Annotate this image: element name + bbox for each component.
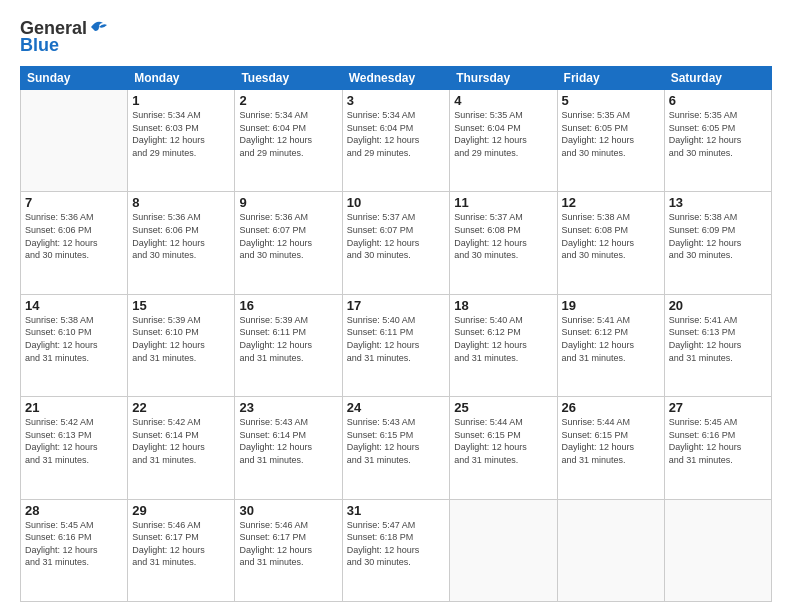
day-info: Sunrise: 5:42 AM Sunset: 6:13 PM Dayligh… [25, 416, 123, 466]
calendar-cell: 29Sunrise: 5:46 AM Sunset: 6:17 PM Dayli… [128, 499, 235, 601]
calendar-cell: 18Sunrise: 5:40 AM Sunset: 6:12 PM Dayli… [450, 294, 557, 396]
day-info: Sunrise: 5:38 AM Sunset: 6:08 PM Dayligh… [562, 211, 660, 261]
calendar-cell: 5Sunrise: 5:35 AM Sunset: 6:05 PM Daylig… [557, 90, 664, 192]
day-number: 17 [347, 298, 446, 313]
col-header-friday: Friday [557, 67, 664, 90]
col-header-tuesday: Tuesday [235, 67, 342, 90]
day-info: Sunrise: 5:46 AM Sunset: 6:17 PM Dayligh… [132, 519, 230, 569]
calendar-cell: 1Sunrise: 5:34 AM Sunset: 6:03 PM Daylig… [128, 90, 235, 192]
col-header-thursday: Thursday [450, 67, 557, 90]
calendar-cell: 13Sunrise: 5:38 AM Sunset: 6:09 PM Dayli… [664, 192, 771, 294]
calendar-cell: 10Sunrise: 5:37 AM Sunset: 6:07 PM Dayli… [342, 192, 450, 294]
logo: General Blue [20, 18, 109, 56]
calendar-cell: 21Sunrise: 5:42 AM Sunset: 6:13 PM Dayli… [21, 397, 128, 499]
day-info: Sunrise: 5:38 AM Sunset: 6:09 PM Dayligh… [669, 211, 767, 261]
calendar-cell: 23Sunrise: 5:43 AM Sunset: 6:14 PM Dayli… [235, 397, 342, 499]
day-info: Sunrise: 5:46 AM Sunset: 6:17 PM Dayligh… [239, 519, 337, 569]
day-number: 26 [562, 400, 660, 415]
day-info: Sunrise: 5:44 AM Sunset: 6:15 PM Dayligh… [562, 416, 660, 466]
day-info: Sunrise: 5:39 AM Sunset: 6:11 PM Dayligh… [239, 314, 337, 364]
week-row-4: 21Sunrise: 5:42 AM Sunset: 6:13 PM Dayli… [21, 397, 772, 499]
calendar-cell: 27Sunrise: 5:45 AM Sunset: 6:16 PM Dayli… [664, 397, 771, 499]
day-info: Sunrise: 5:40 AM Sunset: 6:11 PM Dayligh… [347, 314, 446, 364]
day-info: Sunrise: 5:34 AM Sunset: 6:04 PM Dayligh… [347, 109, 446, 159]
day-info: Sunrise: 5:35 AM Sunset: 6:04 PM Dayligh… [454, 109, 552, 159]
calendar-cell [450, 499, 557, 601]
day-number: 13 [669, 195, 767, 210]
day-number: 4 [454, 93, 552, 108]
calendar-cell: 8Sunrise: 5:36 AM Sunset: 6:06 PM Daylig… [128, 192, 235, 294]
day-info: Sunrise: 5:43 AM Sunset: 6:15 PM Dayligh… [347, 416, 446, 466]
week-row-5: 28Sunrise: 5:45 AM Sunset: 6:16 PM Dayli… [21, 499, 772, 601]
days-header-row: SundayMondayTuesdayWednesdayThursdayFrid… [21, 67, 772, 90]
day-number: 31 [347, 503, 446, 518]
logo-bird-icon [89, 19, 109, 35]
day-info: Sunrise: 5:36 AM Sunset: 6:06 PM Dayligh… [25, 211, 123, 261]
week-row-2: 7Sunrise: 5:36 AM Sunset: 6:06 PM Daylig… [21, 192, 772, 294]
calendar-table: SundayMondayTuesdayWednesdayThursdayFrid… [20, 66, 772, 602]
day-info: Sunrise: 5:36 AM Sunset: 6:06 PM Dayligh… [132, 211, 230, 261]
day-number: 12 [562, 195, 660, 210]
day-number: 23 [239, 400, 337, 415]
calendar-cell: 26Sunrise: 5:44 AM Sunset: 6:15 PM Dayli… [557, 397, 664, 499]
day-number: 20 [669, 298, 767, 313]
day-number: 10 [347, 195, 446, 210]
calendar-cell: 16Sunrise: 5:39 AM Sunset: 6:11 PM Dayli… [235, 294, 342, 396]
day-number: 3 [347, 93, 446, 108]
col-header-monday: Monday [128, 67, 235, 90]
day-info: Sunrise: 5:40 AM Sunset: 6:12 PM Dayligh… [454, 314, 552, 364]
calendar-cell [21, 90, 128, 192]
day-number: 15 [132, 298, 230, 313]
calendar-cell: 15Sunrise: 5:39 AM Sunset: 6:10 PM Dayli… [128, 294, 235, 396]
day-number: 21 [25, 400, 123, 415]
header: General Blue [20, 18, 772, 56]
day-number: 24 [347, 400, 446, 415]
day-info: Sunrise: 5:37 AM Sunset: 6:08 PM Dayligh… [454, 211, 552, 261]
day-number: 7 [25, 195, 123, 210]
page: General Blue SundayMondayTuesdayWednesda… [0, 0, 792, 612]
calendar-cell: 17Sunrise: 5:40 AM Sunset: 6:11 PM Dayli… [342, 294, 450, 396]
calendar-cell: 22Sunrise: 5:42 AM Sunset: 6:14 PM Dayli… [128, 397, 235, 499]
day-number: 25 [454, 400, 552, 415]
week-row-1: 1Sunrise: 5:34 AM Sunset: 6:03 PM Daylig… [21, 90, 772, 192]
day-number: 5 [562, 93, 660, 108]
day-info: Sunrise: 5:43 AM Sunset: 6:14 PM Dayligh… [239, 416, 337, 466]
col-header-sunday: Sunday [21, 67, 128, 90]
calendar-cell [664, 499, 771, 601]
day-info: Sunrise: 5:34 AM Sunset: 6:03 PM Dayligh… [132, 109, 230, 159]
day-info: Sunrise: 5:34 AM Sunset: 6:04 PM Dayligh… [239, 109, 337, 159]
day-number: 16 [239, 298, 337, 313]
day-info: Sunrise: 5:35 AM Sunset: 6:05 PM Dayligh… [562, 109, 660, 159]
day-number: 1 [132, 93, 230, 108]
day-number: 11 [454, 195, 552, 210]
calendar-cell: 6Sunrise: 5:35 AM Sunset: 6:05 PM Daylig… [664, 90, 771, 192]
day-info: Sunrise: 5:41 AM Sunset: 6:13 PM Dayligh… [669, 314, 767, 364]
calendar-cell: 3Sunrise: 5:34 AM Sunset: 6:04 PM Daylig… [342, 90, 450, 192]
col-header-saturday: Saturday [664, 67, 771, 90]
day-number: 28 [25, 503, 123, 518]
day-info: Sunrise: 5:44 AM Sunset: 6:15 PM Dayligh… [454, 416, 552, 466]
day-info: Sunrise: 5:39 AM Sunset: 6:10 PM Dayligh… [132, 314, 230, 364]
day-number: 19 [562, 298, 660, 313]
day-info: Sunrise: 5:41 AM Sunset: 6:12 PM Dayligh… [562, 314, 660, 364]
day-info: Sunrise: 5:36 AM Sunset: 6:07 PM Dayligh… [239, 211, 337, 261]
day-number: 22 [132, 400, 230, 415]
calendar-cell: 11Sunrise: 5:37 AM Sunset: 6:08 PM Dayli… [450, 192, 557, 294]
calendar-cell: 9Sunrise: 5:36 AM Sunset: 6:07 PM Daylig… [235, 192, 342, 294]
calendar-cell: 24Sunrise: 5:43 AM Sunset: 6:15 PM Dayli… [342, 397, 450, 499]
day-info: Sunrise: 5:37 AM Sunset: 6:07 PM Dayligh… [347, 211, 446, 261]
calendar-cell: 7Sunrise: 5:36 AM Sunset: 6:06 PM Daylig… [21, 192, 128, 294]
calendar-cell: 28Sunrise: 5:45 AM Sunset: 6:16 PM Dayli… [21, 499, 128, 601]
calendar-cell: 2Sunrise: 5:34 AM Sunset: 6:04 PM Daylig… [235, 90, 342, 192]
day-info: Sunrise: 5:42 AM Sunset: 6:14 PM Dayligh… [132, 416, 230, 466]
day-info: Sunrise: 5:38 AM Sunset: 6:10 PM Dayligh… [25, 314, 123, 364]
calendar-cell: 31Sunrise: 5:47 AM Sunset: 6:18 PM Dayli… [342, 499, 450, 601]
day-number: 14 [25, 298, 123, 313]
calendar-cell [557, 499, 664, 601]
day-number: 29 [132, 503, 230, 518]
calendar-cell: 4Sunrise: 5:35 AM Sunset: 6:04 PM Daylig… [450, 90, 557, 192]
day-info: Sunrise: 5:45 AM Sunset: 6:16 PM Dayligh… [25, 519, 123, 569]
day-number: 9 [239, 195, 337, 210]
day-number: 18 [454, 298, 552, 313]
day-number: 2 [239, 93, 337, 108]
